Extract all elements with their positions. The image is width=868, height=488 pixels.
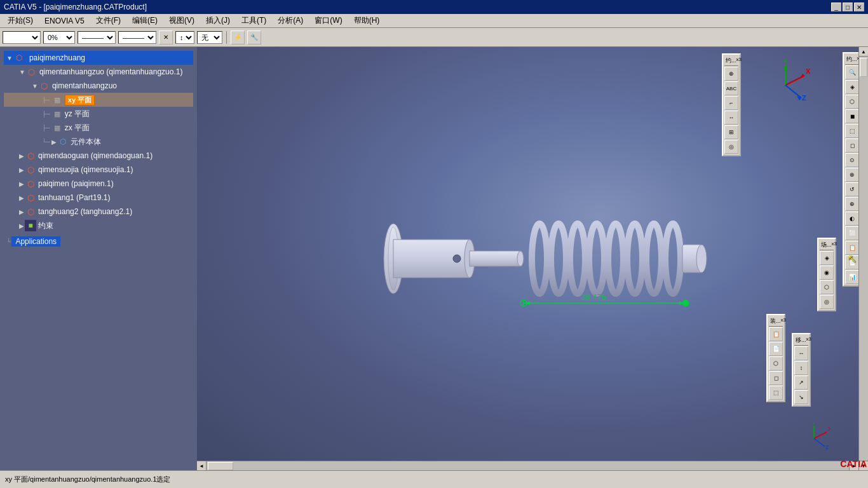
menu-start[interactable]: 开始(S) <box>3 14 38 27</box>
tree-item-xy-plane[interactable]: ├─ ▦ xy 平面 <box>4 93 193 107</box>
scroll-thumb[interactable] <box>860 58 867 77</box>
expand-icon-3[interactable]: ▶ <box>19 166 24 173</box>
scene-btn-1[interactable]: ◈ <box>820 251 834 265</box>
rt-btn-3[interactable]: ⬡ <box>845 95 859 109</box>
tree-item-1-1[interactable]: ▼ ⬡ qimentanhuangzuo <box>4 79 193 93</box>
tree-item-6[interactable]: ▶ ⬡ tanghuang2 (tanghuang2.1) <box>4 205 193 219</box>
horizontal-scrollbar[interactable]: ◄ ► <box>197 461 858 470</box>
asm-btn-4[interactable]: ◻ <box>769 371 783 385</box>
menu-enovia[interactable]: ENOVIA V5 <box>39 15 90 27</box>
menu-tools[interactable]: 工具(T) <box>236 14 271 27</box>
module-combo[interactable] <box>3 31 41 44</box>
zoom-combo[interactable]: 0% <box>43 31 75 44</box>
rt-btn-4[interactable]: ◼ <box>845 109 859 123</box>
svg-point-11 <box>608 224 623 294</box>
tb-btn-fix[interactable]: ⊞ <box>724 125 738 139</box>
svg-point-24 <box>682 300 689 306</box>
tree-item-zx-plane[interactable]: ├─ ▦ zx 平面 <box>4 121 193 135</box>
menu-edit[interactable]: 编辑(E) <box>127 14 163 27</box>
main-toolbar: 0% ———— ———— ✕ ↕ 无 ⚡ 🔧 <box>0 28 868 47</box>
h-scroll-thumb[interactable] <box>208 462 233 470</box>
expand-icon-constraint[interactable]: ▶ <box>19 222 24 229</box>
svg-point-8 <box>551 224 566 294</box>
tb-btn-cross[interactable]: ⊕ <box>724 67 738 81</box>
rt-btn-7[interactable]: ⊙ <box>845 153 859 167</box>
move-btn-3[interactable]: ↗ <box>794 376 808 390</box>
scene-btn-3[interactable]: ⬡ <box>820 280 834 294</box>
rt-btn-8[interactable]: ⊗ <box>845 168 859 182</box>
close-button[interactable]: ✕ <box>854 3 864 11</box>
rt-btn-5[interactable]: ⬚ <box>845 124 859 138</box>
product-icon-1-1: ⬡ <box>39 80 50 92</box>
rt-btn-12[interactable]: ⬜ <box>845 226 859 240</box>
step-combo[interactable]: ↕ <box>175 31 194 44</box>
tree-label-body: 元件本体 <box>71 137 101 147</box>
tree-label-xy: xy 平面 <box>65 95 95 105</box>
tree-item-root[interactable]: ▼ ⬡ paiqimenzhuang <box>4 51 193 65</box>
rt-btn-10[interactable]: ⊕ <box>845 197 859 211</box>
magnet-btn[interactable]: 🔧 <box>247 30 261 44</box>
menu-window[interactable]: 窗口(W) <box>309 14 347 27</box>
line-style-combo[interactable]: ———— <box>78 31 116 44</box>
tree-item-2[interactable]: ▶ ⬡ qimendaoguan (qimendaoguan.1) <box>4 149 193 163</box>
tb-btn-dist[interactable]: ↔ <box>724 111 738 125</box>
expand-icon-6[interactable]: ▶ <box>19 208 24 215</box>
expand-icon[interactable]: ▼ <box>6 55 13 62</box>
restore-button[interactable]: □ <box>843 3 853 11</box>
tb-btn-angle[interactable]: ⌐ <box>724 96 738 110</box>
menu-view[interactable]: 视图(V) <box>164 14 200 27</box>
minimize-button[interactable]: _ <box>831 3 841 11</box>
tree-label-root: paiqimenzhuang <box>27 53 88 63</box>
title-bar: CATIA V5 - [paiqimenzhuang.CATProduct] _… <box>0 0 868 14</box>
tb-btn-coinc[interactable]: ◎ <box>724 140 738 154</box>
asm-btn-3[interactable]: ⬡ <box>769 356 783 370</box>
rt-btn-11[interactable]: ◐ <box>845 212 859 226</box>
vertical-scrollbar[interactable]: ▲ ▼ <box>858 47 868 470</box>
menu-help[interactable]: 帮助(H) <box>349 14 385 27</box>
plane-icon-yz: ▦ <box>51 108 63 119</box>
tree-item-3[interactable]: ▶ ⬡ qimensuojia (qimensuojia.1) <box>4 163 193 177</box>
tree-item-5[interactable]: ▶ ⬡ tanhuang1 (Part19.1) <box>4 191 193 205</box>
expand-icon-1-1[interactable]: ▼ <box>32 83 38 90</box>
asm-btn-2[interactable]: 📄 <box>769 342 783 356</box>
asm-btn-1[interactable]: 📋 <box>769 327 783 341</box>
move-btn-1[interactable]: ↔ <box>794 346 808 360</box>
filter-combo[interactable]: 无 <box>197 31 222 44</box>
cross-btn[interactable]: ✕ <box>159 30 173 44</box>
tree-item-body[interactable]: └─ ▶ ⬡ 元件本体 <box>4 135 193 149</box>
rt-btn-15[interactable]: 📊 <box>845 270 859 284</box>
expand-icon-1[interactable]: ▼ <box>19 69 25 76</box>
expand-icon-4[interactable]: ▶ <box>19 180 24 187</box>
move-btn-4[interactable]: ↘ <box>794 390 808 404</box>
tree-item-1[interactable]: ▼ ⬡ qimentanhuangzuo (qimentanhuangzuo.1… <box>4 65 193 79</box>
tree-item-4[interactable]: ▶ ⬡ paiqimen (paiqimen.1) <box>4 177 193 191</box>
move-btn-2[interactable]: ↕ <box>794 361 808 375</box>
menu-analysis[interactable]: 分析(A) <box>273 14 308 27</box>
tree-item-applications[interactable]: └ Applications <box>4 235 193 248</box>
expand-icon-5[interactable]: ▶ <box>19 194 24 201</box>
menu-insert[interactable]: 插入(J) <box>201 14 235 27</box>
menu-file[interactable]: 文件(F) <box>91 14 126 27</box>
rt-btn-2[interactable]: ◈ <box>845 80 859 94</box>
svg-point-13 <box>646 224 661 294</box>
tb-btn-abc[interactable]: ABC <box>724 81 738 95</box>
scene-btn-2[interactable]: ◉ <box>820 266 834 280</box>
line-weight-combo[interactable]: ———— <box>118 31 156 44</box>
scroll-left-btn[interactable]: ◄ <box>197 461 207 470</box>
expand-icon-2[interactable]: ▶ <box>19 152 24 159</box>
connector-yz: ├─ <box>42 111 50 117</box>
tree-item-yz-plane[interactable]: ├─ ▦ yz 平面 <box>4 107 193 121</box>
scene-btn-4[interactable]: ◎ <box>820 295 834 309</box>
rt-btn-6[interactable]: ◻ <box>845 139 859 152</box>
product-icon-2: ⬡ <box>25 150 36 161</box>
tree-label-yz: yz 平面 <box>65 109 90 119</box>
tree-item-constraint[interactable]: ▶ ■ 约束 <box>4 219 193 233</box>
rt-btn-1[interactable]: 🔍 <box>845 65 859 79</box>
rt-btn-9[interactable]: ↺ <box>845 182 859 196</box>
asm-btn-5[interactable]: ⬚ <box>769 386 783 400</box>
scroll-up-btn[interactable]: ▲ <box>859 47 868 57</box>
tree-label-3: qimensuojia (qimensuojia.1) <box>38 165 133 174</box>
snap-btn[interactable]: ⚡ <box>231 30 245 44</box>
3d-viewport[interactable]: 38.475 X Y Z 约... x3 ⊕ <box>197 47 868 470</box>
expand-icon-body[interactable]: ▶ <box>51 139 57 146</box>
